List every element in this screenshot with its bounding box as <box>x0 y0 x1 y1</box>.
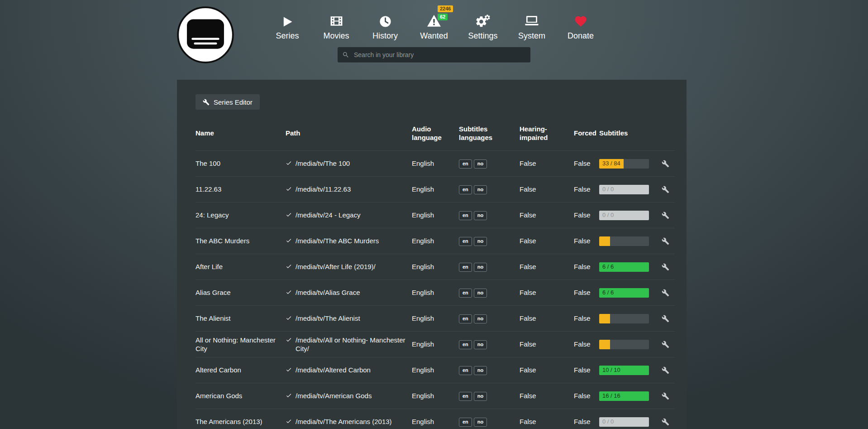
subtitle-language-badge: en <box>459 185 472 194</box>
wrench-icon[interactable] <box>662 341 669 348</box>
nav-label-series: Series <box>276 31 299 41</box>
laptop-icon <box>525 11 539 28</box>
subtitle-language-badge: en <box>459 159 472 169</box>
nav-history[interactable]: History <box>361 11 410 41</box>
wrench-icon[interactable] <box>662 366 669 374</box>
series-name-link[interactable]: 24: Legacy <box>196 211 286 220</box>
subtitle-language-badge: en <box>459 263 472 272</box>
audio-language-value: English <box>412 159 459 168</box>
subtitles-languages-badges: enno <box>459 365 520 375</box>
hearing-impaired-value: False <box>520 185 574 194</box>
wrench-icon[interactable] <box>662 289 669 297</box>
check-icon <box>286 212 292 218</box>
subtitles-progress-bar: 6 / 6 <box>599 262 649 272</box>
table-row: The 100 /media/tv/The 100 English enno F… <box>196 150 675 176</box>
series-name-link[interactable]: The Alienist <box>196 314 286 323</box>
audio-language-value: English <box>412 185 459 194</box>
subtitles-progress-fill <box>599 314 610 323</box>
subtitles-languages-badges: enno <box>459 417 520 427</box>
subtitles-progress-bar: 0 / 0 <box>599 185 649 194</box>
hearing-impaired-value: False <box>520 159 574 168</box>
series-name-link[interactable]: After Life <box>196 262 286 271</box>
series-name-link[interactable]: Alias Grace <box>196 288 286 297</box>
subtitle-language-badge: no <box>474 314 487 323</box>
series-name-link[interactable]: The ABC Murders <box>196 236 286 246</box>
search-icon <box>342 51 349 58</box>
subtitles-progress-bar: 16 / 16 <box>599 391 649 401</box>
check-icon <box>286 289 292 295</box>
hearing-impaired-value: False <box>520 340 574 349</box>
hearing-impaired-value: False <box>520 366 574 375</box>
subtitles-progress-bar: 33 / 84 <box>599 159 649 169</box>
series-name-link[interactable]: All or Nothing: Manchester City <box>196 336 286 353</box>
subtitles-languages-badges: enno <box>459 236 520 246</box>
subtitle-language-badge: no <box>474 211 487 220</box>
subtitles-progress-fill <box>599 340 610 349</box>
series-path: /media/tv/The 100 <box>286 159 412 168</box>
subtitle-language-badge: en <box>459 418 472 427</box>
table-row: Altered Carbon /media/tv/Altered Carbon … <box>196 357 675 383</box>
series-editor-button[interactable]: Series Editor <box>196 94 260 110</box>
header-subtitles: Subtitles <box>599 129 662 138</box>
nav-system[interactable]: System <box>507 11 556 41</box>
hearing-impaired-value: False <box>520 417 574 426</box>
series-path-text: /media/tv/11.22.63 <box>296 185 351 194</box>
nav-label-system: System <box>518 31 545 41</box>
wrench-icon[interactable] <box>662 315 669 323</box>
audio-language-value: English <box>412 211 459 220</box>
subtitles-progress-bar <box>599 236 649 246</box>
forced-value: False <box>574 211 599 220</box>
wrench-icon[interactable] <box>662 237 669 245</box>
wrench-icon[interactable] <box>662 186 669 193</box>
nav-wanted[interactable]: 2246 62 Wanted <box>410 11 458 41</box>
series-path: /media/tv/11.22.63 <box>286 185 412 194</box>
subtitles-progress-fill: 6 / 6 <box>599 288 649 298</box>
header-forced: Forced <box>574 129 599 138</box>
table-row: After Life /media/tv/After Life (2019)/ … <box>196 254 675 280</box>
subtitles-languages-badges: enno <box>459 313 520 323</box>
nav-donate[interactable]: Donate <box>556 11 605 41</box>
check-icon <box>286 160 292 166</box>
series-name-link[interactable]: 11.22.63 <box>196 185 286 194</box>
series-path: /media/tv/The ABC Murders <box>286 236 412 246</box>
wanted-badges: 2246 62 <box>438 5 453 20</box>
header-path: Path <box>286 129 412 138</box>
wrench-icon[interactable] <box>662 160 669 168</box>
subtitles-progress-bar: 0 / 0 <box>599 211 649 220</box>
hearing-impaired-value: False <box>520 391 574 400</box>
audio-language-value: English <box>412 314 459 323</box>
subtitles-progress-fill: 33 / 84 <box>599 159 624 169</box>
table-row: Alias Grace /media/tv/Alias Grace Englis… <box>196 280 675 305</box>
series-name-link[interactable]: American Gods <box>196 391 286 400</box>
audio-language-value: English <box>412 391 459 400</box>
series-table: Name Path Audio language Subtitles langu… <box>196 121 675 429</box>
nav-settings[interactable]: Settings <box>458 11 507 41</box>
series-name-link[interactable]: The Americans (2013) <box>196 417 286 426</box>
nav-series[interactable]: Series <box>263 11 312 41</box>
search-input[interactable] <box>353 51 526 59</box>
subtitle-language-badge: no <box>474 392 487 401</box>
audio-language-value: English <box>412 288 459 297</box>
series-name-link[interactable]: The 100 <box>196 159 286 168</box>
hearing-impaired-value: False <box>520 211 574 220</box>
subtitle-language-badge: no <box>474 340 487 349</box>
forced-value: False <box>574 340 599 349</box>
check-icon <box>286 186 292 192</box>
series-name-link[interactable]: Altered Carbon <box>196 366 286 375</box>
check-icon <box>286 315 292 321</box>
forced-value: False <box>574 314 599 323</box>
check-icon <box>286 337 292 343</box>
subtitle-language-badge: en <box>459 237 472 246</box>
series-path: /media/tv/All or Nothing- Manchester Cit… <box>286 336 412 353</box>
nav-movies[interactable]: Movies <box>312 11 361 41</box>
table-header-row: Name Path Audio language Subtitles langu… <box>196 121 675 150</box>
wrench-icon[interactable] <box>662 392 669 400</box>
nav-label-donate: Donate <box>568 31 594 41</box>
subtitles-languages-badges: enno <box>459 210 520 220</box>
series-path-text: /media/tv/Alias Grace <box>296 288 360 297</box>
wrench-icon[interactable] <box>662 418 669 426</box>
series-path-text: /media/tv/After Life (2019)/ <box>296 262 376 271</box>
wrench-icon[interactable] <box>662 212 669 219</box>
wrench-icon[interactable] <box>662 263 669 271</box>
forced-value: False <box>574 262 599 271</box>
